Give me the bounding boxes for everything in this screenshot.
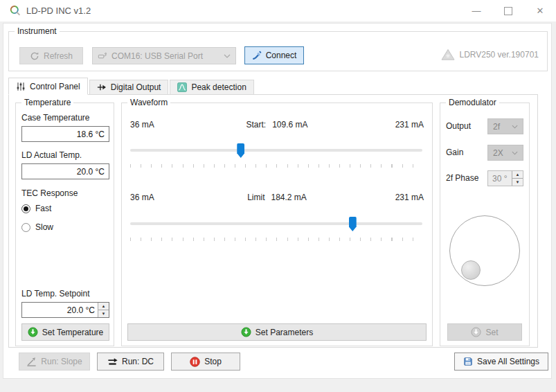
slider-track[interactable] bbox=[130, 222, 422, 225]
peak-detection-icon bbox=[177, 82, 187, 92]
limit-min-label: 36 mA bbox=[130, 193, 154, 202]
app-window: LD-PD INC v1.2 — ✕ Instrument Refresh bbox=[0, 0, 556, 392]
stop-label: Stop bbox=[204, 357, 222, 366]
close-button[interactable]: ✕ bbox=[524, 0, 556, 21]
gain-value: 2X bbox=[493, 148, 508, 158]
ld-actual-temp-field[interactable]: 20.0 °C bbox=[21, 163, 109, 179]
maximize-button[interactable] bbox=[492, 0, 524, 21]
ld-actual-temp-value: 20.0 °C bbox=[77, 167, 105, 177]
set-download-icon-disabled bbox=[471, 327, 481, 337]
limit-max-label: 231 mA bbox=[395, 193, 424, 202]
run-slope-icon bbox=[26, 357, 37, 367]
temperature-group: Temperature Case Temperature 18.6 °C LD … bbox=[15, 103, 114, 346]
run-dc-button[interactable]: Run: DC bbox=[97, 353, 164, 371]
com-port-select[interactable]: COM16: USB Serial Port bbox=[92, 47, 236, 64]
com-port-value: COM16: USB Serial Port bbox=[111, 51, 219, 61]
app-icon bbox=[9, 5, 21, 17]
limit-slider[interactable] bbox=[130, 217, 422, 231]
run-dc-icon bbox=[107, 357, 118, 367]
waveform-group: Waveform 36 mA Start:109.6 mA 231 mA 36 bbox=[121, 103, 433, 346]
radio-slow-label: Slow bbox=[35, 222, 53, 232]
radio-slow[interactable]: Slow bbox=[21, 222, 53, 232]
maximize-icon bbox=[504, 7, 512, 15]
instrument-group: Instrument Refresh COM16: USB Serial Por… bbox=[8, 31, 548, 71]
digital-output-icon bbox=[97, 82, 107, 92]
radio-fast-label: Fast bbox=[35, 204, 51, 213]
phase-knob-handle[interactable] bbox=[461, 260, 481, 280]
radio-fast[interactable]: Fast bbox=[21, 204, 51, 213]
window-title: LD-PD INC v1.2 bbox=[26, 6, 91, 16]
connect-icon bbox=[252, 51, 262, 60]
case-temp-label: Case Temperature bbox=[21, 113, 90, 123]
set-temperature-button[interactable]: Set Temperature bbox=[21, 323, 109, 341]
tab-control-panel-label: Control Panel bbox=[30, 82, 80, 91]
slider-thumb[interactable] bbox=[349, 217, 357, 231]
refresh-button[interactable]: Refresh bbox=[19, 47, 83, 64]
tab-peak-detection[interactable]: Peak detection bbox=[170, 80, 253, 95]
ld-setpoint-value: 20.0 °C bbox=[22, 303, 98, 317]
tab-peak-detection-label: Peak detection bbox=[191, 82, 246, 92]
run-slope-label: Run: Slope bbox=[41, 357, 82, 366]
demodulator-group: Demodulator Output 2f Gain 2X 2f Phase bbox=[440, 103, 530, 346]
output-label: Output bbox=[446, 121, 471, 131]
set-parameters-button[interactable]: Set Parameters bbox=[127, 323, 427, 341]
phase-value: 30 ° bbox=[488, 171, 512, 186]
output-value: 2f bbox=[493, 122, 508, 132]
run-dc-label: Run: DC bbox=[122, 357, 154, 366]
temperature-group-label: Temperature bbox=[21, 98, 73, 107]
output-select[interactable]: 2f bbox=[487, 118, 523, 134]
tab-digital-output[interactable]: Digital Output bbox=[89, 80, 169, 95]
limit-slider-labels: 36 mA Limit184.2 mA 231 mA bbox=[130, 193, 424, 202]
slider-track[interactable] bbox=[130, 149, 422, 152]
tab-digital-output-label: Digital Output bbox=[111, 82, 161, 92]
connect-button[interactable]: Connect bbox=[244, 46, 304, 64]
slider-thumb[interactable] bbox=[237, 143, 244, 158]
minimize-button[interactable]: — bbox=[460, 0, 492, 21]
slider-ticks bbox=[130, 164, 422, 168]
tab-bar: Control Panel Digital Output Peak detect… bbox=[8, 78, 255, 95]
stop-icon bbox=[190, 357, 200, 367]
phase-spinner[interactable]: 30 ° ▲ ▼ bbox=[487, 170, 523, 186]
spinner-down-icon[interactable]: ▼ bbox=[512, 178, 523, 186]
ld-setpoint-label: LD Temp. Setpoint bbox=[21, 289, 90, 299]
radio-slow-circle bbox=[21, 223, 30, 232]
stop-button[interactable]: Stop bbox=[171, 353, 240, 371]
refresh-icon bbox=[30, 51, 39, 61]
gain-label: Gain bbox=[446, 148, 463, 157]
client-area: Instrument Refresh COM16: USB Serial Por… bbox=[3, 23, 552, 379]
chevron-down-icon bbox=[512, 125, 518, 129]
slider-ticks bbox=[130, 238, 422, 241]
refresh-label: Refresh bbox=[44, 51, 73, 61]
demodulator-set-button[interactable]: Set bbox=[447, 323, 522, 341]
spinner-down-icon[interactable]: ▼ bbox=[98, 310, 109, 317]
device-logo-icon bbox=[441, 48, 455, 61]
start-value-label: Start:109.6 mA bbox=[246, 120, 307, 130]
start-slider-labels: 36 mA Start:109.6 mA 231 mA bbox=[130, 120, 424, 130]
run-slope-button[interactable]: Run: Slope bbox=[19, 353, 90, 371]
spinner-up-icon[interactable]: ▲ bbox=[98, 303, 109, 310]
set-temperature-label: Set Temperature bbox=[42, 328, 104, 337]
tab-control-panel[interactable]: Control Panel bbox=[8, 78, 88, 95]
save-all-settings-button[interactable]: Save All Settings bbox=[454, 353, 548, 371]
set-download-icon bbox=[241, 327, 251, 337]
control-panel-page: Temperature Case Temperature 18.6 °C LD … bbox=[8, 94, 538, 348]
instrument-group-label: Instrument bbox=[15, 26, 60, 36]
chevron-down-icon bbox=[512, 151, 518, 155]
device-info: LDRV250 ver.190701 bbox=[441, 48, 539, 61]
spinner-up-icon[interactable]: ▲ bbox=[512, 171, 523, 178]
phase-knob[interactable] bbox=[449, 215, 520, 286]
connect-label: Connect bbox=[266, 51, 297, 60]
start-slider[interactable] bbox=[130, 143, 422, 157]
set-download-icon bbox=[28, 327, 38, 337]
tec-response-label: TEC Response bbox=[21, 188, 78, 198]
save-all-settings-label: Save All Settings bbox=[477, 357, 539, 366]
demodulator-group-label: Demodulator bbox=[446, 98, 499, 107]
ld-actual-temp-label: LD Actual Temp. bbox=[21, 150, 82, 160]
waveform-group-label: Waveform bbox=[127, 98, 170, 107]
set-parameters-label: Set Parameters bbox=[255, 328, 313, 337]
gain-select[interactable]: 2X bbox=[487, 145, 523, 161]
case-temp-field[interactable]: 18.6 °C bbox=[21, 126, 109, 142]
phase-label: 2f Phase bbox=[446, 173, 478, 183]
ld-setpoint-spinner[interactable]: 20.0 °C ▲ ▼ bbox=[21, 302, 109, 318]
serial-port-icon bbox=[98, 51, 107, 61]
